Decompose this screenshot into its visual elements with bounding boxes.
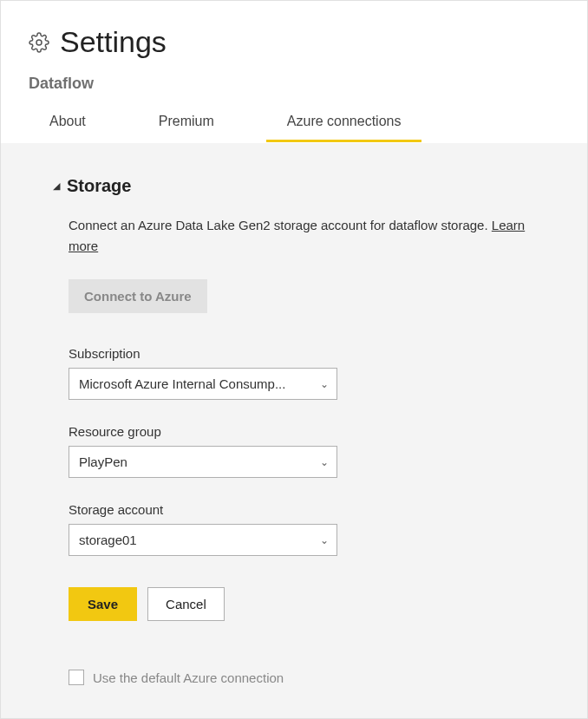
storage-section-title: Storage	[67, 176, 131, 196]
gear-icon	[29, 32, 49, 53]
tabs: About Premium Azure connections	[1, 100, 587, 143]
storage-account-label: Storage account	[69, 502, 535, 517]
subscription-select[interactable]: Microsoft Azure Internal Consump...	[69, 368, 337, 400]
default-azure-checkbox[interactable]	[69, 670, 84, 685]
caret-down-icon: ◢	[53, 180, 60, 192]
storage-description: Connect an Azure Data Lake Gen2 storage …	[69, 215, 535, 257]
resource-group-label: Resource group	[69, 424, 535, 439]
save-button[interactable]: Save	[69, 587, 137, 621]
storage-account-select[interactable]: storage01	[69, 524, 337, 556]
connect-to-azure-button[interactable]: Connect to Azure	[69, 279, 207, 313]
tab-about[interactable]: About	[29, 100, 107, 142]
default-azure-checkbox-label: Use the default Azure connection	[93, 670, 284, 685]
content-panel: ◢ Storage Connect an Azure Data Lake Gen…	[1, 143, 587, 718]
page-title-row: Settings	[29, 25, 559, 59]
page-title: Settings	[60, 25, 167, 59]
svg-point-0	[36, 40, 42, 45]
storage-description-text: Connect an Azure Data Lake Gen2 storage …	[69, 218, 492, 232]
page-subtitle: Dataflow	[29, 75, 559, 93]
tab-premium[interactable]: Premium	[138, 100, 235, 142]
tab-azure-connections[interactable]: Azure connections	[266, 100, 422, 142]
resource-group-select[interactable]: PlayPen	[69, 446, 337, 478]
storage-section-header[interactable]: ◢ Storage	[53, 176, 535, 196]
cancel-button[interactable]: Cancel	[147, 587, 225, 621]
subscription-label: Subscription	[69, 346, 535, 361]
